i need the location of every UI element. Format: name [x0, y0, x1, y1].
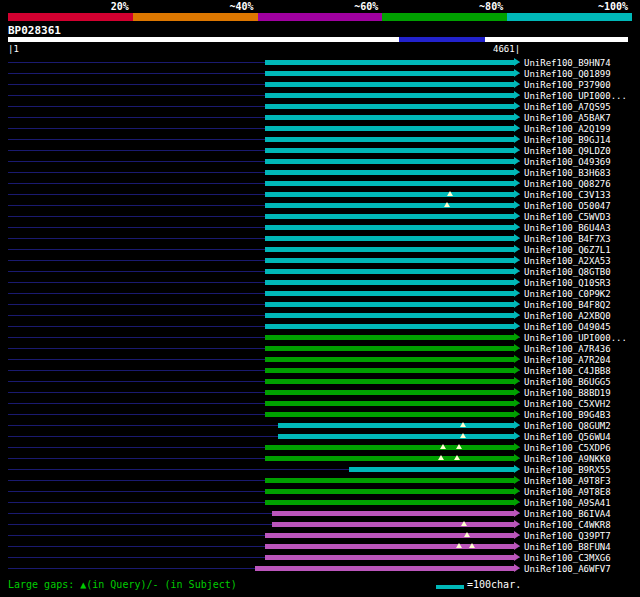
hit-bar[interactable]	[265, 203, 514, 208]
hit-label[interactable]: UniRef100_O50047	[524, 201, 611, 211]
hit-label[interactable]: UniRef100_C5XVH2	[524, 399, 611, 409]
hit-bar[interactable]	[349, 467, 514, 472]
hit-label[interactable]: UniRef100_C3V133	[524, 190, 611, 200]
hit-label[interactable]: UniRef100_C4WKR8	[524, 520, 611, 530]
hit-label[interactable]: UniRef100_A2Q199	[524, 124, 611, 134]
hit-label[interactable]: UniRef100_Q56WU4	[524, 432, 611, 442]
hit-arrow-icon	[514, 542, 520, 550]
hit-label[interactable]: UniRef100_UPI000...	[524, 333, 627, 343]
hit-label[interactable]: UniRef100_B9HN74	[524, 58, 611, 68]
hit-bar[interactable]	[278, 423, 514, 428]
hit-bar[interactable]	[265, 148, 514, 153]
hit-bar[interactable]	[265, 126, 514, 131]
hit-bar[interactable]	[265, 390, 514, 395]
hit-bar[interactable]	[265, 291, 514, 296]
hit-bar[interactable]	[265, 379, 514, 384]
hit-label[interactable]: UniRef100_C5WVD3	[524, 212, 611, 222]
hit-label[interactable]: UniRef100_B8FUN4	[524, 542, 611, 552]
hit-label[interactable]: UniRef100_C4JBB8	[524, 366, 611, 376]
hit-bar[interactable]	[265, 489, 514, 494]
hit-label[interactable]: UniRef100_Q6Z7L1	[524, 245, 611, 255]
hit-bar[interactable]	[265, 192, 514, 197]
hit-bar[interactable]	[265, 324, 514, 329]
hit-label[interactable]: UniRef100_B9G4B3	[524, 410, 611, 420]
hit-label[interactable]: UniRef100_A7R204	[524, 355, 611, 365]
hit-bar[interactable]	[272, 511, 514, 516]
hit-bar[interactable]	[265, 346, 514, 351]
hit-label[interactable]: UniRef100_A9NKK0	[524, 454, 611, 464]
hit-bar[interactable]	[265, 159, 514, 164]
hit-bar[interactable]	[265, 412, 514, 417]
hit-row: UniRef100_P37900	[0, 79, 640, 90]
hit-label[interactable]: UniRef100_B4F8Q2	[524, 300, 611, 310]
hit-label[interactable]: UniRef100_Q10SR3	[524, 278, 611, 288]
hit-bar[interactable]	[265, 302, 514, 307]
hit-label[interactable]: UniRef100_C3MXG6	[524, 553, 611, 563]
hit-label[interactable]: UniRef100_A2XA53	[524, 256, 611, 266]
hit-label[interactable]: UniRef100_C5XDP6	[524, 443, 611, 453]
hit-label[interactable]: UniRef100_O49369	[524, 157, 611, 167]
hit-bar[interactable]	[265, 445, 514, 450]
hit-bar[interactable]	[265, 137, 514, 142]
hit-label[interactable]: UniRef100_Q01899	[524, 69, 611, 79]
hit-label[interactable]: UniRef100_Q9LDZ0	[524, 146, 611, 156]
hit-bar[interactable]	[265, 544, 514, 549]
hit-bar[interactable]	[265, 181, 514, 186]
hit-bar[interactable]	[265, 225, 514, 230]
hit-label[interactable]: UniRef100_B9RX55	[524, 465, 611, 475]
hit-label[interactable]: UniRef100_B6UGG5	[524, 377, 611, 387]
hit-bar[interactable]	[278, 434, 514, 439]
hit-bar[interactable]	[265, 269, 514, 274]
hit-bar[interactable]	[265, 93, 514, 98]
hit-bar[interactable]	[265, 368, 514, 373]
hit-row: UniRef100_A6WFV7	[0, 563, 640, 574]
hit-bar[interactable]	[265, 170, 514, 175]
hit-bar[interactable]	[265, 533, 514, 538]
hit-label[interactable]: UniRef100_A7R436	[524, 344, 611, 354]
hit-bar[interactable]	[265, 214, 514, 219]
hit-label[interactable]: UniRef100_B4F7X3	[524, 234, 611, 244]
hit-label[interactable]: UniRef100_B3H683	[524, 168, 611, 178]
hit-bar[interactable]	[265, 258, 514, 263]
identity-key-label: ~40%	[210, 1, 254, 12]
hit-label[interactable]: UniRef100_Q39PT7	[524, 531, 611, 541]
hit-bar[interactable]	[265, 335, 514, 340]
hit-bar[interactable]	[265, 247, 514, 252]
hit-bar[interactable]	[265, 60, 514, 65]
hit-bar[interactable]	[265, 236, 514, 241]
hit-bar[interactable]	[265, 478, 514, 483]
hit-bar[interactable]	[272, 522, 514, 527]
hit-arrow-icon	[514, 487, 520, 495]
hit-row: UniRef100_B8FUN4	[0, 541, 640, 552]
hit-bar[interactable]	[265, 104, 514, 109]
hit-label[interactable]: UniRef100_C0P9K2	[524, 289, 611, 299]
hit-label[interactable]: UniRef100_B9GJ14	[524, 135, 611, 145]
hit-label[interactable]: UniRef100_Q8GUM2	[524, 421, 611, 431]
hit-label[interactable]: UniRef100_A5BAK7	[524, 113, 611, 123]
hit-bar[interactable]	[265, 313, 514, 318]
hit-label[interactable]: UniRef100_A9T8E8	[524, 487, 611, 497]
hit-label[interactable]: UniRef100_A7QS95	[524, 102, 611, 112]
hit-bar[interactable]	[265, 82, 514, 87]
hit-label[interactable]: UniRef100_Q8GTB0	[524, 267, 611, 277]
hit-bar[interactable]	[265, 456, 514, 461]
hit-bar[interactable]	[265, 115, 514, 120]
hit-bar[interactable]	[255, 566, 514, 571]
hit-label[interactable]: UniRef100_P37900	[524, 80, 611, 90]
hit-label[interactable]: UniRef100_UPI000...	[524, 91, 627, 101]
hit-bar[interactable]	[265, 280, 514, 285]
hit-label[interactable]: UniRef100_A2XBQ0	[524, 311, 611, 321]
hit-label[interactable]: UniRef100_O49045	[524, 322, 611, 332]
hit-bar[interactable]	[265, 357, 514, 362]
hit-label[interactable]: UniRef100_Q08276	[524, 179, 611, 189]
hit-bar[interactable]	[265, 500, 514, 505]
hit-bar[interactable]	[265, 401, 514, 406]
hit-label[interactable]: UniRef100_A9SA41	[524, 498, 611, 508]
hit-label[interactable]: UniRef100_B6IVA4	[524, 509, 611, 519]
hit-label[interactable]: UniRef100_B8BD19	[524, 388, 611, 398]
hit-label[interactable]: UniRef100_A9T8F3	[524, 476, 611, 486]
hit-label[interactable]: UniRef100_B6U4A3	[524, 223, 611, 233]
hit-label[interactable]: UniRef100_A6WFV7	[524, 564, 611, 574]
hit-bar[interactable]	[265, 71, 514, 76]
hit-bar[interactable]	[265, 555, 514, 560]
